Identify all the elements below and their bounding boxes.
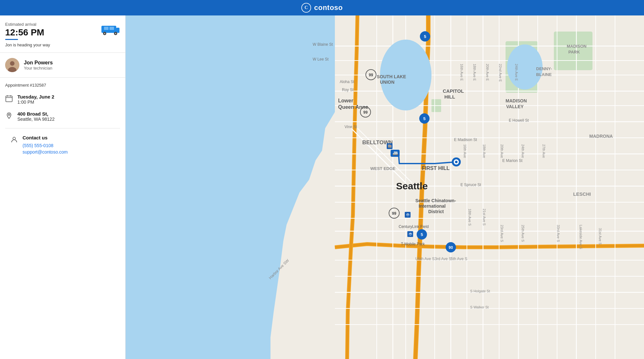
appointment-number: Appointment #132587 xyxy=(5,83,120,88)
technician-info: Jon Powers Your technician xyxy=(24,60,53,71)
svg-text:🏟: 🏟 xyxy=(409,232,412,236)
svg-text:S Holgate St: S Holgate St xyxy=(470,289,490,293)
svg-text:Seattle Chinatown-: Seattle Chinatown- xyxy=(415,198,456,203)
svg-point-140 xyxy=(455,161,458,163)
svg-text:MADISON: MADISON xyxy=(567,44,586,49)
svg-text:24th Ave: 24th Ave xyxy=(521,144,525,158)
svg-text:16th Ave E: 16th Ave E xyxy=(460,64,464,81)
svg-point-11 xyxy=(10,61,14,66)
contact-details: Contact us (555) 555-0108 support@contos… xyxy=(23,135,68,156)
svg-text:5: 5 xyxy=(421,232,423,237)
svg-text:BLAINE: BLAINE xyxy=(536,72,552,77)
svg-text:District: District xyxy=(428,209,444,214)
svg-text:Lakeside Ave S: Lakeside Ave S xyxy=(579,225,583,249)
svg-text:🚐: 🚐 xyxy=(393,150,398,156)
svg-text:HILL: HILL xyxy=(444,94,455,99)
location-icon xyxy=(5,112,13,119)
svg-text:W Lee St: W Lee St xyxy=(313,57,329,61)
svg-text:S Walker St: S Walker St xyxy=(470,305,489,309)
svg-text:5: 5 xyxy=(424,34,426,39)
van-icon xyxy=(101,23,120,38)
svg-rect-5 xyxy=(109,27,114,30)
svg-text:FIRST HILL: FIRST HILL xyxy=(422,165,450,171)
svg-text:MADISON: MADISON xyxy=(506,98,527,103)
eta-section: Estimated arrival 12:56 PM Jon is headin… xyxy=(0,15,125,53)
svg-text:5: 5 xyxy=(423,116,425,121)
svg-text:3rd Ave S: 3rd Ave S xyxy=(435,257,451,261)
contact-section: Contact us (555) 555-0108 support@contos… xyxy=(5,135,120,164)
eta-label: Estimated arrival xyxy=(5,22,50,27)
appointment-address-detail: 400 Broad St, Seattle, WA 98122 xyxy=(17,111,54,122)
main-content: Estimated arrival 12:56 PM Jon is headin… xyxy=(0,15,644,359)
svg-text:18th Ave E: 18th Ave E xyxy=(473,64,477,81)
svg-point-9 xyxy=(115,33,117,34)
svg-rect-2 xyxy=(101,26,116,33)
svg-text:🏬: 🏬 xyxy=(388,144,392,148)
svg-text:Queen Anne: Queen Anne xyxy=(338,104,368,110)
svg-text:20th Ave: 20th Ave xyxy=(500,144,504,158)
technician-role: Your technician xyxy=(24,66,53,71)
sidebar: Estimated arrival 12:56 PM Jon is headin… xyxy=(0,15,126,359)
svg-text:DENNY-: DENNY- xyxy=(536,66,552,71)
svg-text:E Spruce St: E Spruce St xyxy=(460,183,481,187)
svg-text:LESCHI: LESCHI xyxy=(573,191,591,197)
svg-rect-13 xyxy=(6,96,12,102)
svg-text:5th Ave S: 5th Ave S xyxy=(451,257,467,261)
svg-text:99: 99 xyxy=(369,73,373,77)
appointment-address-line1: 400 Broad St, xyxy=(17,111,54,117)
appointment-date-row: Tuesday, June 2 1:00 PM xyxy=(5,94,120,105)
svg-text:22nd Ave E: 22nd Ave E xyxy=(498,64,502,82)
svg-text:E Madison St: E Madison St xyxy=(454,137,477,142)
svg-text:Vine St: Vine St xyxy=(345,125,357,129)
eta-status: Jon is heading your way xyxy=(5,43,50,47)
technician-name: Jon Powers xyxy=(24,60,53,66)
svg-text:SOUTH LAKE: SOUTH LAKE xyxy=(377,74,406,79)
svg-text:CAPITOL: CAPITOL xyxy=(443,88,464,94)
svg-text:18th Ave: 18th Ave xyxy=(482,144,486,158)
appointment-time: 1:00 PM xyxy=(17,99,54,105)
calendar-icon xyxy=(5,95,13,102)
svg-text:PARK: PARK xyxy=(568,50,580,54)
svg-text:MADRONA: MADRONA xyxy=(589,134,613,139)
appointment-date-detail: Tuesday, June 2 1:00 PM xyxy=(17,94,54,105)
avatar xyxy=(5,58,19,72)
svg-text:21st Ave S: 21st Ave S xyxy=(482,209,486,225)
svg-text:18th Ave S: 18th Ave S xyxy=(468,209,472,226)
svg-text:E Marion St: E Marion St xyxy=(502,158,523,163)
svg-text:WEST EDGE: WEST EDGE xyxy=(370,166,395,171)
svg-text:W Blaine St: W Blaine St xyxy=(313,42,333,47)
svg-text:27th Ave: 27th Ave xyxy=(542,144,546,158)
svg-point-17 xyxy=(8,114,10,116)
contoso-logo-icon: C xyxy=(301,3,311,13)
contact-label: Contact us xyxy=(23,135,68,140)
map-container[interactable]: 5 5 5 99 99 99 90 Lower Queen Anne SOUTH… xyxy=(126,15,644,359)
eta-time: 12:56 PM xyxy=(5,27,50,38)
svg-rect-4 xyxy=(104,27,109,30)
logo-text: contoso xyxy=(314,4,343,12)
svg-text:E Howell St: E Howell St xyxy=(509,118,529,123)
appointment-address-row: 400 Broad St, Seattle, WA 98122 xyxy=(5,111,120,122)
svg-point-18 xyxy=(13,137,15,140)
svg-text:31st Ave S: 31st Ave S xyxy=(598,228,602,245)
svg-text:20th Ave E: 20th Ave E xyxy=(486,64,489,81)
svg-rect-3 xyxy=(116,28,119,33)
svg-text:Utah Ave S: Utah Ave S xyxy=(415,257,435,261)
svg-text:C: C xyxy=(305,5,308,10)
map-svg: 5 5 5 99 99 99 90 Lower Queen Anne SOUTH… xyxy=(126,15,644,359)
divider xyxy=(5,128,120,128)
svg-text:UNION: UNION xyxy=(380,80,394,85)
app-header: C contoso xyxy=(0,0,644,15)
svg-text:99: 99 xyxy=(392,211,396,216)
svg-text:90: 90 xyxy=(449,245,453,250)
eta-progress-bar xyxy=(5,39,18,40)
contact-email[interactable]: support@contoso.com xyxy=(23,149,68,155)
contact-phone[interactable]: (555) 555-0108 xyxy=(23,143,68,148)
svg-text:International: International xyxy=(419,203,446,209)
contact-row: Contact us (555) 555-0108 support@contos… xyxy=(10,135,115,156)
appointment-section: Appointment #132587 Tuesday, June 2 1:00… xyxy=(0,78,125,169)
svg-text:🏟: 🏟 xyxy=(406,213,410,216)
svg-text:Seattle: Seattle xyxy=(396,181,428,191)
eta-info: Estimated arrival 12:56 PM Jon is headin… xyxy=(5,22,50,47)
svg-text:Aloha St: Aloha St xyxy=(340,80,355,84)
svg-point-7 xyxy=(104,33,106,34)
